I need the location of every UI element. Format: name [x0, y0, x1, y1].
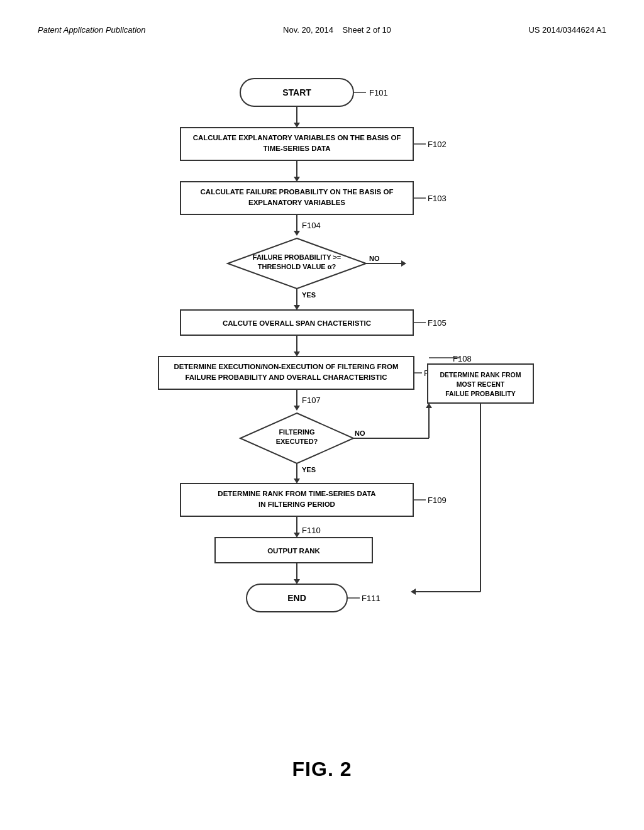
- svg-marker-35: [294, 351, 300, 357]
- svg-text:F107: F107: [302, 396, 321, 405]
- flowchart-svg: START F101 CALCULATE EXPLANATORY VARIABL…: [77, 72, 567, 733]
- svg-text:CALCUTE OVERALL SPAN CHACTERIS: CALCUTE OVERALL SPAN CHACTERISTIC: [223, 319, 371, 327]
- svg-text:YES: YES: [302, 466, 316, 473]
- svg-marker-12: [294, 177, 300, 182]
- svg-marker-5: [294, 123, 300, 128]
- svg-text:DETERMINE RANK FROM: DETERMINE RANK FROM: [440, 371, 521, 379]
- svg-rect-6: [180, 128, 413, 160]
- svg-text:EXECUTED?: EXECUTED?: [276, 438, 318, 445]
- svg-text:END: END: [287, 593, 306, 603]
- svg-text:NO: NO: [355, 429, 365, 437]
- header: Patent Application Publication Nov. 20, …: [38, 25, 606, 35]
- svg-text:F105: F105: [428, 318, 447, 328]
- svg-rect-63: [180, 484, 413, 516]
- svg-text:FILTERING: FILTERING: [279, 428, 314, 436]
- svg-text:F103: F103: [428, 194, 447, 203]
- svg-text:FAILUE PROBABILITY: FAILUE PROBABILITY: [445, 390, 515, 397]
- svg-marker-49: [294, 479, 300, 484]
- svg-rect-36: [158, 357, 414, 389]
- figure-caption: FIG. 2: [38, 758, 606, 781]
- svg-text:OUTPUT RANK: OUTPUT RANK: [267, 547, 320, 555]
- svg-marker-53: [426, 403, 432, 408]
- svg-text:F102: F102: [428, 140, 447, 149]
- svg-text:IN FILTERING PERIOD: IN FILTERING PERIOD: [258, 501, 335, 508]
- svg-text:DETERMINE EXECUTION/NON-EXECUT: DETERMINE EXECUTION/NON-EXECUTION OF FIL…: [174, 363, 399, 370]
- header-date: Nov. 20, 2014: [283, 25, 333, 35]
- svg-text:F104: F104: [302, 221, 321, 230]
- svg-text:F108: F108: [453, 354, 472, 363]
- svg-text:MOST RECENT: MOST RECENT: [457, 380, 505, 388]
- svg-text:NO: NO: [369, 255, 380, 262]
- header-sheet: Sheet 2 of 10: [343, 25, 391, 35]
- svg-text:THRESHOLD VALUE α?: THRESHOLD VALUE α?: [258, 263, 336, 270]
- svg-text:F101: F101: [369, 88, 388, 97]
- svg-text:YES: YES: [302, 291, 316, 299]
- svg-marker-69: [294, 533, 300, 538]
- svg-rect-13: [180, 182, 413, 214]
- svg-marker-19: [294, 231, 300, 236]
- svg-text:DETERMINE RANK FROM TIME-SERIE: DETERMINE RANK FROM TIME-SERIES DATA: [218, 490, 375, 497]
- svg-marker-29: [401, 260, 406, 267]
- svg-text:F109: F109: [428, 495, 447, 505]
- svg-text:F111: F111: [362, 594, 380, 603]
- svg-text:FAILURE PROBABILITY >=: FAILURE PROBABILITY >=: [253, 253, 341, 261]
- svg-text:CALCULATE EXPLANATORY VARIABLE: CALCULATE EXPLANATORY VARIABLES ON THE B…: [193, 134, 401, 141]
- header-publication: Patent Application Publication: [38, 25, 146, 35]
- svg-text:FAILURE PROBABILITY AND OVERAL: FAILURE PROBABILITY AND OVERALL CHARACTE…: [185, 374, 387, 381]
- svg-text:TIME-SERIES DATA: TIME-SERIES DATA: [264, 145, 331, 152]
- header-patent-num: US 2014/0344624 A1: [528, 25, 606, 35]
- svg-text:CALCULATE FAILURE PROBABILITY : CALCULATE FAILURE PROBABILITY ON THE BAS…: [201, 188, 394, 196]
- svg-marker-26: [294, 305, 300, 310]
- svg-text:START: START: [282, 87, 311, 97]
- svg-text:EXPLANATORY VARIABLES: EXPLANATORY VARIABLES: [248, 199, 345, 206]
- svg-text:F110: F110: [302, 526, 321, 535]
- header-date-sheet: Nov. 20, 2014 Sheet 2 of 10: [283, 25, 391, 35]
- svg-marker-62: [411, 589, 416, 595]
- page: Patent Application Publication Nov. 20, …: [0, 0, 644, 830]
- svg-marker-42: [294, 406, 300, 411]
- svg-marker-74: [294, 579, 300, 584]
